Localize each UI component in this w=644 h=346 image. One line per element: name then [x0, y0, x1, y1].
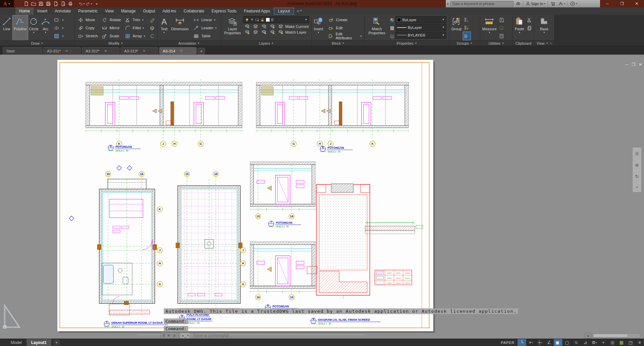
ungroup-button[interactable]: [463, 16, 470, 24]
edit-attributes-button[interactable]: Edit Attributes▼: [326, 32, 363, 40]
panel-label-modify[interactable]: Modify▼: [75, 40, 157, 46]
qat-customize-button[interactable]: ▾: [93, 1, 100, 7]
isometric-drafting-toggle[interactable]: ∠: [544, 339, 553, 346]
object-color-combo[interactable]: ByLayer ▼: [395, 16, 446, 23]
array-button[interactable]: Array▼: [122, 32, 147, 40]
tab-home[interactable]: Home: [15, 7, 34, 15]
layer-lock-button[interactable]: [268, 24, 276, 29]
panel-label-properties[interactable]: Properties▼: [365, 40, 449, 46]
tab-add-ins[interactable]: Add-ins: [159, 7, 180, 15]
panel-label-clipboard[interactable]: Clipboard: [513, 40, 534, 46]
annotation-scale-toggle[interactable]: +: [599, 339, 608, 346]
command-input[interactable]: Type a command: [193, 333, 229, 338]
lineweight-combo[interactable]: ByLayer ▼: [395, 24, 446, 31]
tab-view[interactable]: View: [101, 7, 117, 15]
redo-button[interactable]: ▼: [86, 1, 93, 7]
polyline-tool-button[interactable]: Polyline: [13, 15, 28, 40]
scrollbar-thumb[interactable]: [594, 334, 627, 337]
ribbon-display-toggle[interactable]: ▭▾: [297, 7, 302, 15]
table-button[interactable]: Table: [191, 32, 218, 40]
erase-button[interactable]: [147, 16, 157, 24]
tab-manage[interactable]: Manage: [117, 7, 139, 15]
tab-insert[interactable]: Insert: [34, 7, 51, 15]
stretch-button[interactable]: Stretch: [76, 32, 99, 40]
tab-layout[interactable]: Layout: [274, 8, 294, 14]
autodesk-account-button[interactable]: ▾: [557, 0, 566, 7]
paste-button[interactable]: Paste ▼: [514, 15, 525, 40]
plot-button[interactable]: [67, 1, 74, 7]
object-snap-toggle[interactable]: ▣▾: [553, 339, 562, 346]
paper-space-label[interactable]: PAPER: [501, 341, 514, 345]
navigation-bar[interactable]: ◎ ⊕ ↻ ▾: [632, 147, 642, 192]
layer-off-button[interactable]: [243, 24, 251, 29]
layer-on-button[interactable]: [243, 30, 251, 35]
restore-button[interactable]: ❐: [615, 0, 630, 7]
panel-label-layers[interactable]: Layers▼: [221, 40, 311, 46]
close-icon[interactable]: ✕: [167, 334, 170, 338]
open-from-web-button[interactable]: [60, 1, 66, 7]
group-edit-button[interactable]: [463, 24, 470, 32]
app-store-button[interactable]: [549, 0, 556, 7]
rotate-button[interactable]: Rotate: [99, 16, 122, 24]
file-tab-start[interactable]: Start: [3, 47, 42, 54]
steering-wheel-icon[interactable]: ◎: [635, 151, 639, 156]
panel-label-draw[interactable]: Draw▼: [0, 40, 74, 46]
match-layer-button[interactable]: Match Layer: [285, 30, 306, 34]
open-file-button[interactable]: [30, 1, 37, 7]
group-button[interactable]: Group: [450, 15, 463, 40]
doc-close-button[interactable]: ✕: [639, 62, 642, 67]
layer-properties-button[interactable]: Layer Properties: [222, 15, 243, 40]
doc-restore-button[interactable]: ❐: [632, 62, 635, 67]
polar-tracking-toggle[interactable]: ┼▾: [535, 339, 544, 346]
close-icon[interactable]: ✕: [143, 49, 146, 53]
customization-gear-toggle[interactable]: ⚙▾: [590, 339, 599, 346]
select-similar-button[interactable]: [498, 24, 505, 32]
tab-parametric[interactable]: Parametric: [75, 7, 101, 15]
line-tool-button[interactable]: Line: [1, 15, 12, 40]
clean-screen-toggle[interactable]: ◳: [626, 339, 635, 346]
ellipse-tool-button[interactable]: ▼: [52, 24, 65, 32]
copy-clip-button[interactable]: [526, 24, 533, 32]
copy-button[interactable]: Copy: [76, 24, 99, 32]
linetype-combo[interactable]: BYLAYER ▼: [395, 32, 446, 39]
command-line-bar[interactable]: ✕ ≻_▾ Type a command: [160, 332, 229, 339]
quick-calculator-button[interactable]: [498, 32, 505, 40]
tab-featured-apps[interactable]: Featured Apps: [240, 7, 274, 15]
dimension-tool-button[interactable]: Dimension: [170, 15, 190, 40]
trim-button[interactable]: Trim▼: [122, 16, 147, 24]
cut-button[interactable]: [526, 16, 533, 24]
snap-mode-toggle[interactable]: ⌖▾: [526, 339, 535, 346]
layer-freeze-button[interactable]: [260, 24, 267, 29]
move-button[interactable]: Move: [76, 16, 99, 24]
dynamic-ucs-toggle[interactable]: ⊿: [581, 339, 590, 346]
save-button[interactable]: [38, 1, 44, 7]
layer-select-combo[interactable]: ☀ 0 ▼: [243, 16, 309, 23]
base-view-button[interactable]: Base ▼: [539, 15, 550, 40]
help-button[interactable]: ▾: [569, 0, 578, 7]
file-tab-a3-313[interactable]: A3-313*✕: [120, 47, 158, 54]
fillet-button[interactable]: Fillet▼: [122, 24, 147, 32]
layout1-tab[interactable]: Layout1: [27, 339, 51, 346]
tab-collaborate[interactable]: Collaborate: [180, 7, 208, 15]
create-block-button[interactable]: Create: [326, 16, 363, 24]
graphics-performance-toggle[interactable]: ▦: [617, 339, 626, 346]
file-tab-a3-312[interactable]: A3-312*✕: [82, 47, 119, 54]
panel-label-block[interactable]: Block▼: [312, 40, 364, 46]
edit-block-button[interactable]: Edit: [326, 24, 363, 32]
new-file-button[interactable]: [23, 1, 30, 7]
file-tab-a3-314[interactable]: A3-314✕: [159, 47, 197, 54]
measure-button[interactable]: Measure ▼: [481, 15, 498, 40]
command-bar-grip[interactable]: ✕: [160, 332, 179, 339]
recent-commands-button[interactable]: ▲: [585, 333, 591, 339]
hatch-tool-button[interactable]: ▼: [52, 32, 65, 40]
layer-isolate-button[interactable]: [252, 24, 259, 29]
close-icon[interactable]: ✕: [104, 49, 107, 53]
close-icon[interactable]: ✕: [65, 49, 68, 53]
tab-annotate[interactable]: Annotate: [51, 7, 75, 15]
selection-cycling-toggle[interactable]: ▢: [562, 339, 572, 346]
file-tab-a3-311[interactable]: A3-311*✕: [43, 47, 81, 54]
text-tool-button[interactable]: A Text ▼: [158, 15, 170, 40]
doc-minimize-button[interactable]: ─: [626, 62, 629, 67]
new-layout-button[interactable]: +: [53, 340, 60, 346]
save-as-button[interactable]: [45, 1, 52, 7]
